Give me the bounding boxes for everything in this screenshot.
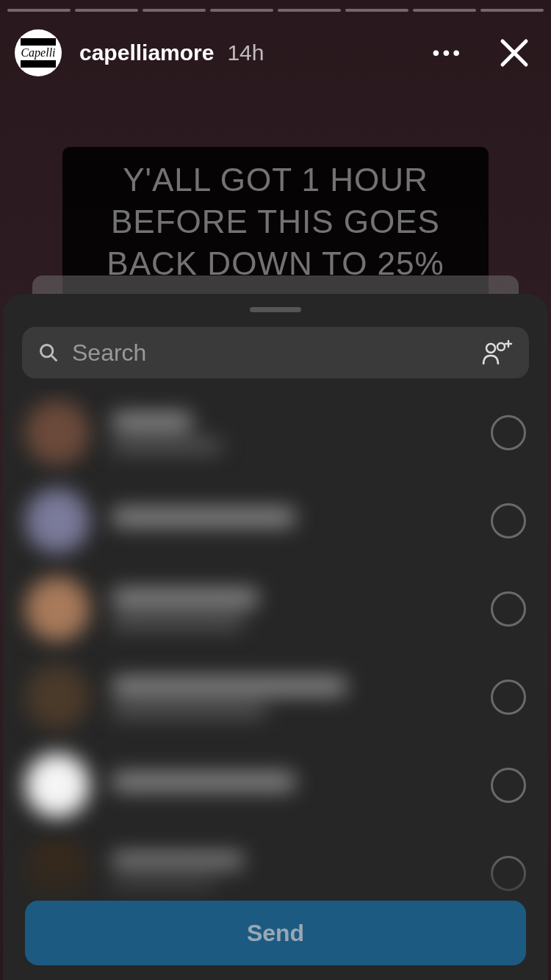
contact-row[interactable] bbox=[3, 741, 548, 829]
svg-point-5 bbox=[497, 343, 505, 350]
progress-segment bbox=[278, 9, 341, 12]
svg-point-4 bbox=[486, 344, 495, 353]
send-label: Send bbox=[247, 920, 304, 947]
contact-subtext bbox=[112, 879, 215, 894]
contact-name bbox=[112, 588, 259, 608]
contact-text bbox=[112, 588, 491, 630]
contact-avatar bbox=[25, 400, 90, 465]
progress-segment bbox=[7, 9, 71, 12]
author-username[interactable]: capelliamore bbox=[79, 40, 214, 65]
create-group-icon[interactable] bbox=[480, 336, 513, 369]
contact-avatar bbox=[25, 841, 90, 906]
progress-segment bbox=[210, 9, 273, 12]
contact-row[interactable] bbox=[3, 477, 548, 565]
contact-text bbox=[112, 677, 491, 718]
search-bar[interactable] bbox=[22, 327, 529, 378]
contact-avatar bbox=[25, 665, 90, 729]
contact-name bbox=[112, 853, 244, 872]
progress-segment bbox=[143, 9, 206, 12]
story-timestamp: 14h bbox=[227, 40, 264, 65]
contact-name bbox=[112, 508, 295, 527]
share-sheet: Send bbox=[3, 294, 548, 980]
progress-segment bbox=[75, 9, 138, 12]
contact-name bbox=[112, 772, 295, 791]
contact-text bbox=[112, 853, 491, 894]
progress-segment bbox=[413, 9, 476, 12]
close-button[interactable] bbox=[492, 31, 536, 75]
contacts-list[interactable] bbox=[3, 389, 548, 980]
contact-avatar bbox=[25, 489, 90, 553]
contact-avatar bbox=[25, 577, 90, 641]
select-radio[interactable] bbox=[491, 503, 526, 538]
search-icon bbox=[38, 342, 59, 363]
author-avatar[interactable]: Capelli bbox=[15, 29, 62, 76]
contact-name bbox=[112, 412, 192, 431]
svg-line-3 bbox=[51, 356, 57, 361]
contact-row[interactable] bbox=[3, 653, 548, 741]
contact-name bbox=[112, 677, 347, 696]
send-button[interactable]: Send bbox=[25, 901, 526, 965]
contact-subtext bbox=[112, 615, 244, 630]
contact-subtext bbox=[112, 439, 222, 453]
avatar-label: Capelli bbox=[21, 46, 55, 60]
select-radio[interactable] bbox=[491, 680, 526, 715]
search-input[interactable] bbox=[72, 339, 480, 367]
contact-text bbox=[112, 508, 491, 534]
contact-row[interactable] bbox=[3, 565, 548, 653]
more-options-icon[interactable]: ••• bbox=[425, 34, 470, 72]
select-radio[interactable] bbox=[491, 768, 526, 803]
contact-text bbox=[112, 412, 491, 453]
story-header: Capelli capelliamore 14h ••• bbox=[0, 29, 551, 76]
select-radio[interactable] bbox=[491, 415, 526, 450]
progress-segment bbox=[345, 9, 408, 12]
contact-subtext bbox=[112, 703, 266, 718]
sheet-grabber[interactable] bbox=[250, 307, 301, 312]
story-progress-bar bbox=[7, 9, 544, 12]
contact-text bbox=[112, 772, 491, 799]
progress-segment bbox=[480, 9, 544, 12]
select-radio[interactable] bbox=[491, 856, 526, 891]
contact-row[interactable] bbox=[3, 389, 548, 477]
contact-avatar bbox=[25, 753, 90, 818]
close-icon bbox=[500, 38, 529, 68]
select-radio[interactable] bbox=[491, 591, 526, 627]
